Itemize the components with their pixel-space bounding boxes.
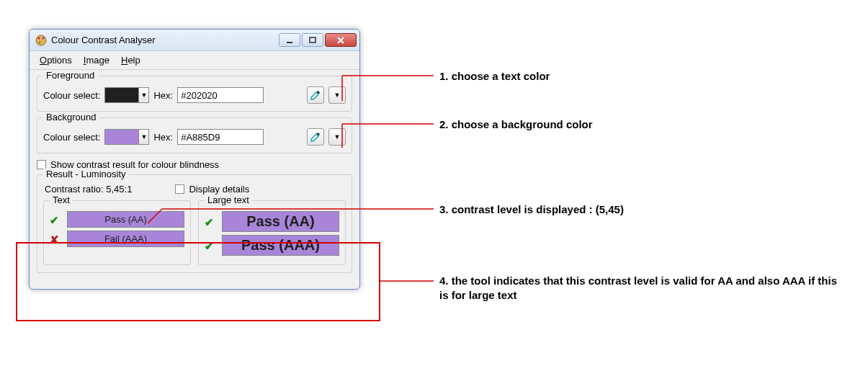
fg-dropdown-button[interactable]: ▼ — [328, 86, 346, 104]
text-aa-result: Pass (AA) — [67, 211, 184, 228]
chevron-down-icon: ▼ — [334, 92, 341, 99]
svg-rect-6 — [310, 37, 316, 43]
menu-help[interactable]: Help — [117, 53, 145, 67]
check-icon: ✔ — [50, 214, 61, 226]
annotation-1: 1. choose a text color — [439, 69, 550, 84]
app-icon — [35, 35, 47, 46]
close-button[interactable] — [325, 33, 357, 47]
titlebar[interactable]: Colour Contrast Analyser — [30, 30, 359, 51]
large-text-subgroup: Large text ✔ Pass (AA) ✔ Pass (AAA) — [198, 200, 346, 265]
bg-colour-select-label: Colour select: — [43, 132, 100, 143]
display-details-label: Display details — [189, 184, 249, 195]
result-group: Result - Luminosity Contrast ratio: 5,45… — [37, 174, 352, 273]
chevron-down-icon[interactable]: ▼ — [138, 130, 148, 144]
app-window: Colour Contrast Analyser Options Image H… — [29, 29, 360, 290]
svg-point-2 — [42, 37, 45, 39]
result-group-label: Result - Luminosity — [43, 169, 129, 179]
contrast-ratio-label: Contrast ratio: 5,45:1 — [45, 184, 132, 195]
window-title: Colour Contrast Analyser — [51, 35, 279, 45]
bg-eyedropper-button[interactable] — [307, 128, 324, 146]
annotation-3: 3. contrast level is displayed : (5,45) — [439, 202, 624, 217]
eyedropper-icon — [310, 131, 321, 143]
fg-eyedropper-button[interactable] — [307, 86, 324, 104]
fg-hex-input[interactable] — [177, 87, 264, 103]
display-details-checkbox[interactable] — [175, 184, 184, 194]
bg-hex-label: Hex: — [153, 132, 173, 143]
fg-colour-select-label: Colour select: — [43, 90, 100, 101]
bg-colour-swatch-button[interactable]: ▼ — [104, 129, 149, 145]
svg-point-4 — [42, 40, 45, 43]
svg-point-1 — [38, 37, 40, 39]
annotation-2: 2. choose a background color — [439, 117, 593, 132]
foreground-group-label: Foreground — [43, 70, 97, 81]
menubar: Options Image Help — [30, 51, 359, 70]
minimize-button[interactable] — [279, 33, 300, 47]
large-aaa-result: Pass (AAA) — [222, 235, 339, 256]
text-subgroup-label: Text — [50, 195, 73, 205]
chevron-down-icon: ▼ — [334, 133, 341, 140]
svg-rect-5 — [287, 42, 292, 43]
chevron-down-icon[interactable]: ▼ — [138, 88, 148, 102]
menu-image[interactable]: Image — [79, 53, 114, 67]
annotation-4: 4. the tool indicates that this contrast… — [439, 274, 843, 303]
fg-swatch — [105, 88, 138, 102]
svg-point-0 — [36, 35, 46, 45]
cross-icon: ✘ — [50, 233, 61, 245]
svg-point-3 — [39, 41, 41, 43]
window-body: Foreground Colour select: ▼ Hex: ▼ — [30, 70, 359, 289]
window-buttons — [279, 33, 357, 47]
text-aaa-result: Fail (AAA) — [67, 231, 184, 247]
check-icon: ✔ — [205, 240, 216, 251]
fg-hex-label: Hex: — [153, 90, 173, 101]
bg-hex-input[interactable] — [177, 129, 264, 145]
menu-options[interactable]: Options — [35, 53, 76, 67]
foreground-group: Foreground Colour select: ▼ Hex: ▼ — [37, 76, 352, 112]
maximize-button[interactable] — [302, 33, 323, 47]
large-text-subgroup-label: Large text — [205, 195, 252, 205]
fg-colour-swatch-button[interactable]: ▼ — [104, 87, 149, 103]
bg-dropdown-button[interactable]: ▼ — [328, 128, 346, 146]
check-icon: ✔ — [205, 216, 216, 228]
bg-swatch — [105, 130, 138, 144]
background-group-label: Background — [43, 112, 99, 122]
large-aa-result: Pass (AA) — [222, 211, 339, 232]
eyedropper-icon — [310, 89, 321, 101]
background-group: Background Colour select: ▼ Hex: ▼ — [37, 117, 352, 153]
text-subgroup: Text ✔ Pass (AA) ✘ Fail (AAA) — [43, 200, 191, 265]
